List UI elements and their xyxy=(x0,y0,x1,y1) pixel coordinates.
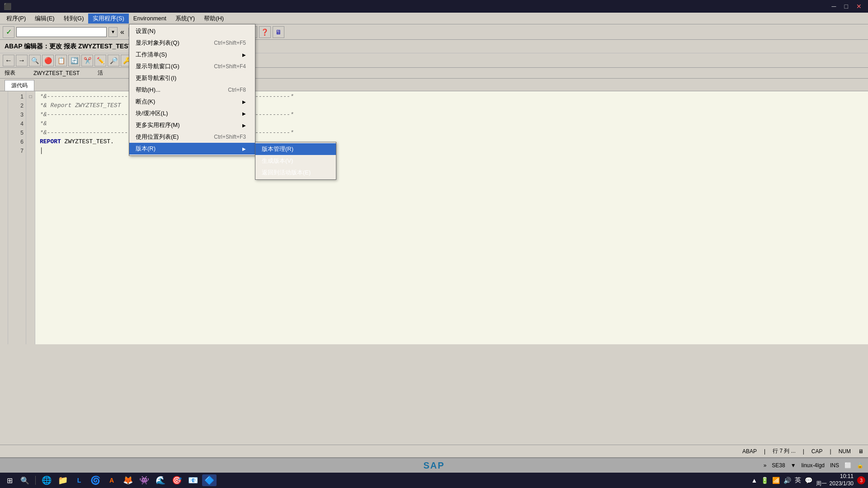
systray-up[interactable]: ▲ xyxy=(751,477,757,484)
tab-source[interactable]: 源代码 xyxy=(5,80,34,91)
status-sep3: | xyxy=(830,448,831,455)
status-sep1: | xyxy=(764,448,765,455)
menu-entry-worklist[interactable]: 工作清单(S) ▶ xyxy=(129,49,255,61)
submenu-version-mgmt[interactable]: 版本管理(R) xyxy=(255,143,336,155)
taskbar-sep1 xyxy=(35,476,36,485)
menu-entry-usagelist[interactable]: 使用位置列表(E) Ctrl+Shift+F3 xyxy=(129,131,255,143)
more-arrow: ▶ xyxy=(242,123,246,128)
taskbar-app-spiral[interactable]: 🌀 xyxy=(88,474,103,486)
menu-entry-blocks-label: 块/缓冲区(L) xyxy=(136,109,168,117)
utilities-dropdown: 设置(N) 显示对象列表(Q) Ctrl+Shift+F5 工作清单(S) ▶ … xyxy=(129,24,255,156)
forward-button[interactable]: → xyxy=(16,55,28,66)
active-label: 活 xyxy=(98,69,103,77)
menu-help[interactable]: 帮助(H) xyxy=(199,14,228,23)
address-input[interactable] xyxy=(16,27,107,37)
systray-ime[interactable]: 英 xyxy=(795,476,801,484)
help-button[interactable]: ❓ xyxy=(259,26,271,38)
menu-entry-help-label: 帮助(H)... xyxy=(136,86,160,94)
sap-arrows: » xyxy=(764,462,767,469)
tb2-btn1[interactable]: 🔍 xyxy=(29,55,41,66)
taskbar-app-blue[interactable]: 🔷 xyxy=(202,474,217,486)
worklist-arrow: ▶ xyxy=(242,52,246,57)
taskbar-explorer[interactable]: 📁 xyxy=(56,474,70,486)
status-sep2: | xyxy=(803,448,804,455)
settings-button[interactable]: 🖥 xyxy=(273,26,284,38)
sap-icon2: 🔒 xyxy=(857,462,863,469)
title-bar: ⬛ ─ □ ✕ xyxy=(0,0,868,13)
report-label: 报表 xyxy=(5,69,15,77)
title-bar-controls: ─ □ ✕ xyxy=(829,3,864,10)
menu-entry-navwin-label: 显示导航窗口(G) xyxy=(136,62,179,70)
menu-edit[interactable]: 编辑(E) xyxy=(30,14,59,23)
back-button[interactable]: ← xyxy=(3,55,14,66)
tb2-btn7[interactable]: 🔎 xyxy=(108,55,119,66)
systray-battery[interactable]: 🔋 xyxy=(761,477,769,484)
minimize-button[interactable]: ─ xyxy=(829,3,839,10)
menu-entry-version-label: 版本(R) xyxy=(136,145,156,153)
submenu-return-active[interactable]: 返回到活动版本(E) xyxy=(255,167,336,178)
menu-entry-version[interactable]: 版本(R) ▶ 版本管理(R) 生成版本(V) 返回到活动版本(E) xyxy=(129,143,255,155)
taskbar-clock[interactable]: 10:11 周一 2023/1/30 xyxy=(816,473,854,487)
submenu-create-version[interactable]: 生成版本(V) xyxy=(255,155,336,167)
menu-entry-settings[interactable]: 设置(N) xyxy=(129,25,255,37)
status-num: NUM xyxy=(839,448,851,455)
menu-entry-blocks[interactable]: 块/缓冲区(L) ▶ xyxy=(129,108,255,119)
taskbar-app-target[interactable]: 🎯 xyxy=(170,474,184,486)
tb2-btn2[interactable]: 🔴 xyxy=(42,55,54,66)
collapse-btn-1[interactable]: □ xyxy=(26,92,35,101)
menu-entry-breakpoints-label: 断点(K) xyxy=(136,98,155,106)
menu-program[interactable]: 程序(P) xyxy=(2,14,30,23)
menu-goto[interactable]: 转到(G) xyxy=(59,14,89,23)
systray-volume[interactable]: 🔊 xyxy=(783,477,791,484)
taskbar-app-l[interactable]: L xyxy=(72,474,86,486)
start-button[interactable]: ⊞ xyxy=(3,474,16,486)
menu-entry-usagelist-shortcut: Ctrl+Shift+F3 xyxy=(214,134,246,140)
menu-entry-help[interactable]: 帮助(H)... Ctrl+F8 xyxy=(129,84,255,96)
nav-left-button[interactable]: « xyxy=(119,27,125,37)
taskbar-ie[interactable]: 🌐 xyxy=(39,474,54,486)
sap-tcode: SE38 xyxy=(772,462,785,469)
menu-entry-navwin[interactable]: 显示导航窗口(G) Ctrl+Shift+F4 xyxy=(129,61,255,72)
restore-button[interactable]: □ xyxy=(842,3,851,10)
tb2-btn3[interactable]: 📋 xyxy=(55,55,67,66)
addr-dropdown-button[interactable]: ▼ xyxy=(108,27,118,37)
submenu-return-active-label: 返回到活动版本(E) xyxy=(262,169,311,177)
taskbar-mail[interactable]: 📧 xyxy=(186,474,200,486)
menu-entry-navindex[interactable]: 更新导航索引(I) xyxy=(129,72,255,84)
green-check-button[interactable]: ✓ xyxy=(3,26,14,38)
systray-msg[interactable]: 💬 xyxy=(805,477,812,484)
sap-server: linux-4lgd xyxy=(802,462,825,469)
taskbar-edge[interactable]: 🌊 xyxy=(153,474,168,486)
version-arrow: ▶ xyxy=(242,146,246,151)
submenu-version-mgmt-label: 版本管理(R) xyxy=(262,145,293,153)
close-button[interactable]: ✕ xyxy=(854,3,864,10)
menu-entry-settings-label: 设置(N) xyxy=(136,27,156,35)
systray-network[interactable]: 📶 xyxy=(772,477,780,484)
taskbar-app-a[interactable]: A xyxy=(104,474,119,486)
tb2-btn6[interactable]: ✏️ xyxy=(94,55,106,66)
systray-notification[interactable]: 3 xyxy=(857,476,865,484)
menu-environment[interactable]: Environment xyxy=(129,14,171,23)
collapse-indicators: □ xyxy=(26,91,35,344)
menu-entry-breakpoints[interactable]: 断点(K) ▶ xyxy=(129,96,255,108)
menu-system[interactable]: 系统(Y) xyxy=(171,14,199,23)
tb2-btn5[interactable]: ✂️ xyxy=(81,55,93,66)
sap-logo: SAP xyxy=(423,460,444,471)
menu-utilities[interactable]: 实用程序(S) xyxy=(88,14,128,23)
menu-entry-usagelist-label: 使用位置列表(E) xyxy=(136,133,179,141)
collapse-col xyxy=(0,91,8,344)
clock-time: 10:11 xyxy=(816,473,854,480)
sap-bar: SAP » SE38 ▼ linux-4lgd INS ⬜ 🔒 xyxy=(0,457,868,473)
status-position: 行 7 列 ... xyxy=(773,447,796,455)
search-button[interactable]: 🔍 xyxy=(18,474,32,486)
line-num-2: 2 xyxy=(8,101,24,110)
taskbar-app-monster[interactable]: 👾 xyxy=(137,474,151,486)
menu-entry-showobj[interactable]: 显示对象列表(Q) Ctrl+Shift+F5 xyxy=(129,37,255,49)
windows-taskbar: ⊞ 🔍 🌐 📁 L 🌀 A 🦊 👾 🌊 🎯 📧 🔷 ▲ 🔋 📶 🔊 英 💬 10… xyxy=(0,473,868,488)
report-value: ZWYZTEST_TEST xyxy=(33,70,80,76)
line-num-4: 4 xyxy=(8,119,24,128)
menu-entry-more[interactable]: 更多实用程序(M) ▶ xyxy=(129,119,255,131)
line-num-7: 7 xyxy=(8,146,24,155)
taskbar-firefox[interactable]: 🦊 xyxy=(121,474,135,486)
tb2-btn4[interactable]: 🔄 xyxy=(68,55,80,66)
